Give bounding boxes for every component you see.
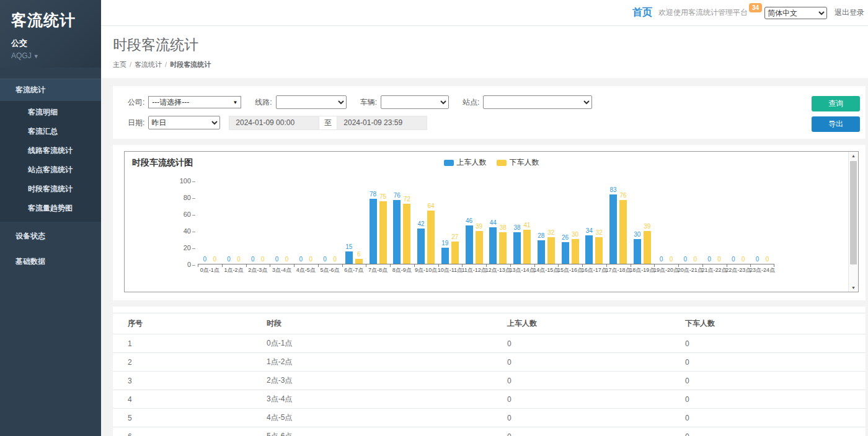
date-from-input[interactable] bbox=[229, 116, 319, 130]
chart-bar-group: 837617点-18点 bbox=[606, 181, 631, 264]
table-cell: 4 bbox=[113, 390, 252, 409]
chart-scrollbar[interactable]: ▲ ▼ bbox=[848, 152, 858, 292]
chart-bar bbox=[489, 227, 497, 264]
chart-bar-group: 303918点-19点 bbox=[631, 181, 655, 264]
home-link[interactable]: 首页 bbox=[632, 6, 652, 19]
chart-bar-column: 0 bbox=[730, 180, 737, 264]
time-period-table: 序号时段上车人数下车人数 10点-1点0021点-2点0032点-3点0043点… bbox=[113, 313, 866, 436]
table-header-row: 序号时段上车人数下车人数 bbox=[113, 313, 866, 334]
chart-bar-group: 004点-5点 bbox=[294, 181, 318, 264]
date-preset-select[interactable]: 昨日 bbox=[148, 116, 220, 129]
legend-item[interactable]: 下车人数 bbox=[497, 157, 539, 168]
page-title: 时段客流统计 bbox=[113, 35, 868, 54]
user-name: AQGJ bbox=[11, 51, 32, 60]
chart-bar-group: 463911点-12点 bbox=[462, 181, 486, 264]
chart-bar-column: 6 bbox=[355, 180, 363, 264]
chart-bar-column: 76 bbox=[619, 180, 627, 264]
table-row: 32点-3点00 bbox=[113, 372, 866, 390]
chart-bar-column: 39 bbox=[476, 180, 483, 264]
x-axis-label: 8点-9点 bbox=[392, 266, 412, 274]
sidebar-menu: 客流统计客流明细客流汇总线路客流统计站点客流统计时段客流统计客流量趋势图设备状态… bbox=[0, 79, 101, 272]
chart-bar-column: 0 bbox=[691, 180, 699, 264]
chart-title: 时段车流统计图 bbox=[132, 157, 193, 168]
table-row: 65点-6点00 bbox=[113, 427, 866, 436]
chart-bar-column: 0 bbox=[283, 180, 291, 264]
table-cell: 0 bbox=[492, 390, 670, 409]
chart-bar-group: 192710点-11点 bbox=[438, 181, 463, 264]
station-select[interactable] bbox=[483, 95, 592, 109]
legend-item[interactable]: 上车人数 bbox=[444, 157, 487, 168]
sidebar-subitem[interactable]: 时段客流统计 bbox=[0, 180, 101, 199]
scroll-up-icon[interactable]: ▲ bbox=[849, 154, 858, 158]
sidebar-brand: 客流统计 公交 AQGJ▼ bbox=[0, 0, 101, 68]
table-cell: 0 bbox=[670, 372, 866, 390]
x-axis-label: 2点-3点 bbox=[248, 266, 267, 274]
export-button[interactable]: 导出 bbox=[812, 116, 860, 132]
bar-value-label: 0 bbox=[261, 256, 265, 263]
caret-down-icon: ▼ bbox=[232, 100, 237, 105]
chart-bar bbox=[355, 259, 363, 264]
sidebar-subitem[interactable]: 线路客流统计 bbox=[0, 141, 101, 160]
x-axis-label: 12点-13点 bbox=[485, 266, 511, 274]
chart-bar bbox=[547, 237, 555, 264]
chart-bar-column: 0 bbox=[681, 180, 689, 264]
bar-value-label: 83 bbox=[610, 186, 617, 194]
x-axis-label: 11点-12点 bbox=[461, 266, 486, 274]
language-select[interactable]: 简体中文 bbox=[764, 7, 827, 19]
sidebar-subitem[interactable]: 客流明细 bbox=[0, 103, 101, 122]
sidebar-item[interactable]: 基础数据 bbox=[0, 251, 101, 272]
breadcrumb-item[interactable]: 客流统计 bbox=[135, 61, 162, 68]
bar-value-label: 0 bbox=[213, 256, 217, 263]
bar-value-label: 32 bbox=[547, 229, 554, 237]
chart-bar bbox=[403, 204, 410, 264]
chart-bar-column: 0 bbox=[740, 180, 747, 264]
sidebar-item[interactable]: 客流统计 bbox=[0, 79, 101, 101]
chart-bar-group: 003点-4点 bbox=[270, 181, 294, 264]
chart-bar-group: 0020点-21点 bbox=[678, 181, 702, 264]
chart-bar-column: 0 bbox=[764, 180, 771, 264]
bar-value-label: 76 bbox=[394, 192, 401, 199]
x-axis-label: 18点-19点 bbox=[629, 266, 655, 274]
y-axis-tick: 60 bbox=[172, 211, 198, 218]
company-select[interactable]: ---请选择--- ▼ bbox=[148, 96, 241, 108]
chart-bar-column: 26 bbox=[562, 180, 569, 264]
user-menu[interactable]: AQGJ▼ bbox=[11, 51, 90, 60]
line-select[interactable] bbox=[276, 95, 347, 109]
x-axis-label: 14点-15点 bbox=[533, 266, 559, 274]
y-axis-tick: 40 bbox=[172, 227, 198, 235]
scrollbar-thumb[interactable] bbox=[850, 161, 857, 264]
x-axis-label: 17点-18点 bbox=[606, 266, 631, 274]
filter-row-1: 公司: ---请选择--- ▼ 线路: 车辆: 站点: bbox=[123, 95, 797, 110]
bar-value-label: 19 bbox=[441, 240, 448, 247]
x-axis-label: 7点-8点 bbox=[368, 266, 388, 274]
sidebar-item[interactable]: 设备状态 bbox=[0, 225, 101, 247]
breadcrumb-item[interactable]: 主页 bbox=[113, 61, 126, 68]
table-cell: 5点-6点 bbox=[252, 427, 492, 436]
table-cell: 1 bbox=[113, 334, 252, 353]
sidebar-subitem[interactable]: 客流量趋势图 bbox=[0, 199, 101, 218]
chart-bar-column: 75 bbox=[379, 180, 387, 264]
chart-bar bbox=[595, 237, 603, 264]
bar-value-label: 76 bbox=[620, 192, 627, 199]
bar-value-label: 42 bbox=[418, 220, 425, 228]
sidebar-subitem[interactable]: 站点客流统计 bbox=[0, 160, 101, 180]
chart-bar-column: 0 bbox=[273, 180, 281, 264]
bar-value-label: 0 bbox=[237, 256, 241, 263]
table-cell: 0 bbox=[670, 334, 866, 353]
x-axis-label: 1点-2点 bbox=[224, 266, 244, 274]
bar-value-label: 72 bbox=[404, 196, 410, 203]
scroll-down-icon[interactable]: ▼ bbox=[849, 286, 858, 290]
logout-link[interactable]: 退出登录 bbox=[835, 7, 864, 18]
sidebar-subitem[interactable]: 客流汇总 bbox=[0, 122, 101, 141]
x-axis-label: 23点-24点 bbox=[750, 266, 775, 274]
chart-bar-group: 343216点-17点 bbox=[582, 181, 606, 264]
vehicle-select[interactable] bbox=[381, 95, 449, 109]
date-to-input[interactable] bbox=[337, 116, 427, 130]
date-label: 日期: bbox=[128, 118, 144, 128]
table-row: 43点-4点00 bbox=[113, 390, 866, 409]
filter-row-2: 日期: 昨日 至 bbox=[123, 115, 797, 130]
chart-bar-column: 0 bbox=[297, 180, 304, 264]
search-button[interactable]: 查询 bbox=[812, 96, 860, 111]
chart-bar-column: 46 bbox=[466, 180, 473, 264]
bar-value-label: 0 bbox=[694, 256, 698, 263]
